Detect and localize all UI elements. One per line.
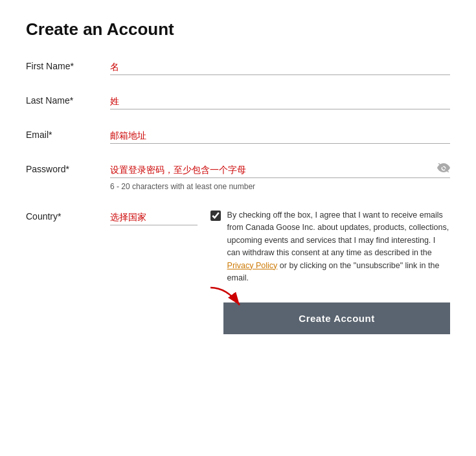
consent-section: By checking off the box, I agree that I … bbox=[210, 209, 450, 284]
email-group: Email* bbox=[26, 128, 450, 144]
privacy-policy-link[interactable]: Privacy Policy bbox=[227, 261, 278, 270]
country-select[interactable]: 选择国家 bbox=[110, 209, 198, 225]
create-account-wrapper: Create Account bbox=[26, 302, 450, 334]
first-name-input[interactable] bbox=[110, 59, 450, 74]
password-input[interactable] bbox=[110, 162, 450, 177]
country-input-wrapper: 选择国家 bbox=[110, 209, 198, 225]
password-input-wrapper bbox=[110, 162, 450, 178]
consent-checkbox[interactable] bbox=[210, 211, 221, 221]
password-hint: 6 - 20 characters with at least one numb… bbox=[110, 182, 450, 191]
consent-text: By checking off the box, I agree that I … bbox=[227, 209, 450, 284]
last-name-group: Last Name* bbox=[26, 93, 450, 109]
password-label: Password* bbox=[26, 164, 97, 178]
bottom-section: Country* 选择国家 By checking off the box, I… bbox=[26, 209, 450, 284]
password-toggle-icon[interactable] bbox=[437, 163, 450, 175]
country-section: Country* 选择国家 bbox=[26, 209, 198, 225]
consent-text-part1: By checking off the box, I agree that I … bbox=[227, 211, 449, 257]
country-label: Country* bbox=[26, 211, 97, 225]
page-title: Create an Account bbox=[26, 19, 450, 40]
email-input-wrapper bbox=[110, 128, 450, 144]
last-name-input-wrapper bbox=[110, 93, 450, 109]
first-name-input-wrapper bbox=[110, 59, 450, 75]
email-label: Email* bbox=[26, 130, 97, 144]
last-name-input[interactable] bbox=[110, 93, 450, 109]
email-input[interactable] bbox=[110, 128, 450, 143]
arrow-indicator bbox=[207, 284, 246, 315]
last-name-label: Last Name* bbox=[26, 95, 97, 109]
first-name-label: First Name* bbox=[26, 61, 97, 75]
first-name-group: First Name* bbox=[26, 59, 450, 75]
password-group: Password* 6 - 20 characters with at leas… bbox=[26, 162, 450, 191]
create-account-button[interactable]: Create Account bbox=[223, 302, 450, 334]
